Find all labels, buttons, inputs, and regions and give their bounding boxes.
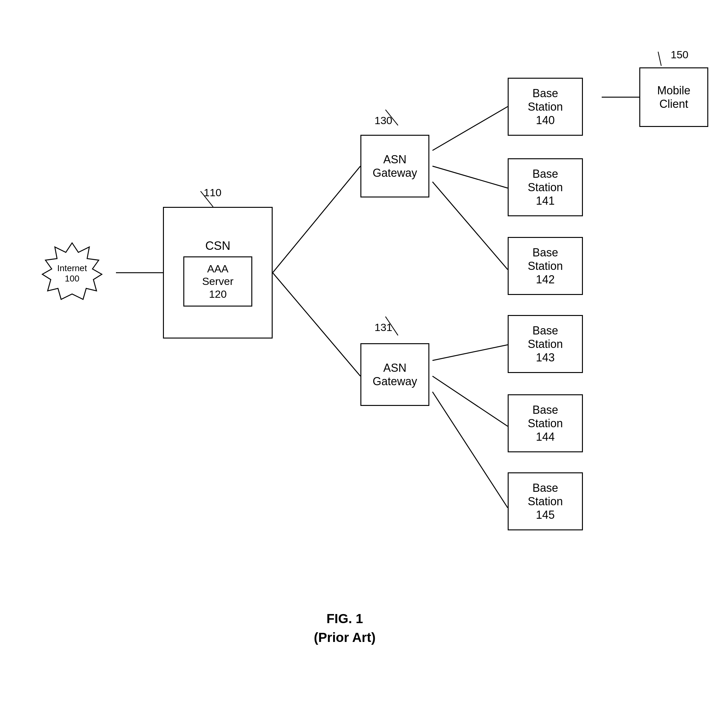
diagram: Internet 100 CSN AAAServer120 110 ASNGat… (0, 0, 728, 704)
csn-label: CSN (205, 239, 230, 253)
svg-line-7 (432, 376, 508, 426)
aaa-server-box: AAAServer120 (183, 256, 252, 306)
asn130-number: 130 (374, 114, 392, 127)
mobile-label: MobileClient (657, 84, 690, 111)
asn131-label: ASNGateway (373, 361, 417, 388)
mobile-client-box: MobileClient (639, 67, 708, 127)
asn130-label: ASNGateway (373, 153, 417, 179)
aaa-label: AAAServer120 (202, 262, 234, 301)
bs144-label: BaseStation144 (528, 403, 563, 444)
internet-node: Internet 100 (41, 241, 103, 304)
svg-line-5 (432, 182, 508, 270)
bs143-box: BaseStation143 (508, 315, 583, 373)
bs144-box: BaseStation144 (508, 394, 583, 452)
bs140-box: BaseStation140 (508, 78, 583, 136)
svg-line-6 (432, 345, 508, 360)
asn-gateway-131-box: ASNGateway (360, 343, 429, 406)
svg-line-13 (658, 52, 661, 66)
asn131-number: 131 (374, 321, 392, 334)
bs141-label: BaseStation141 (528, 167, 563, 208)
svg-line-4 (432, 166, 508, 188)
bs141-box: BaseStation141 (508, 158, 583, 216)
bs143-label: BaseStation143 (528, 324, 563, 364)
figure-sublabel: (Prior Art) (260, 630, 429, 645)
figure-label: FIG. 1 (282, 611, 407, 626)
bs140-label: BaseStation140 (528, 87, 563, 127)
csn-box: CSN AAAServer120 (163, 207, 273, 338)
bs142-box: BaseStation142 (508, 237, 583, 295)
bs142-label: BaseStation142 (528, 246, 563, 286)
svg-line-3 (432, 107, 508, 150)
svg-text:Internet: Internet (57, 263, 87, 273)
svg-text:100: 100 (65, 274, 79, 283)
bs145-box: BaseStation145 (508, 472, 583, 531)
svg-line-2 (273, 273, 360, 376)
svg-line-8 (432, 392, 508, 508)
asn-gateway-130-box: ASNGateway (360, 135, 429, 198)
bs145-label: BaseStation145 (528, 481, 563, 522)
mobile-number: 150 (671, 49, 689, 61)
csn-number-label: 110 (204, 186, 222, 199)
svg-line-1 (273, 166, 360, 273)
